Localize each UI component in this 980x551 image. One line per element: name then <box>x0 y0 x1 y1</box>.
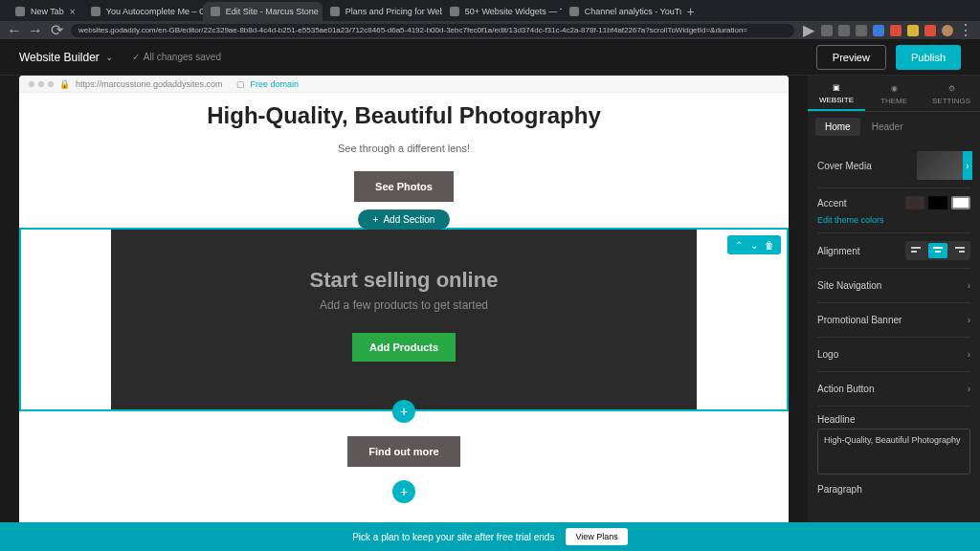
ext-icon[interactable] <box>873 25 884 36</box>
section-title[interactable]: Start selling online <box>130 268 678 293</box>
builder-header: Website Builder ⌄ ✓ All changes saved Pr… <box>0 39 980 76</box>
tab-website[interactable]: ▣ WEBSITE <box>808 76 865 111</box>
align-left-button[interactable] <box>907 243 926 258</box>
action-button-item[interactable]: Action Button› <box>817 372 970 407</box>
find-out-more-button[interactable]: Find out more <box>347 436 459 467</box>
website-builder-dropdown[interactable]: Website Builder ⌄ <box>19 51 113 64</box>
promotional-banner-item[interactable]: Promotional Banner› <box>817 303 970 338</box>
hero-section[interactable]: High-Quality, Beautiful Photography See … <box>19 93 789 241</box>
browser-chrome: New Tab× You Autocomplete Me – Googl× Ed… <box>0 0 980 39</box>
add-section-button[interactable]: +Add Section <box>358 209 451 230</box>
publish-button[interactable]: Publish <box>896 45 961 70</box>
profile-avatar[interactable] <box>942 25 953 36</box>
right-panel: ▣ WEBSITE ◉ THEME ⚙ SETTINGS Home Header… <box>808 76 980 551</box>
tab-favicon <box>569 7 579 16</box>
site-content: High-Quality, Beautiful Photography See … <box>19 93 789 551</box>
preview-url-bar: 🔒 https://marcusstone.godaddysites.com ▢… <box>19 76 789 93</box>
accent-swatch[interactable] <box>928 196 947 209</box>
back-button[interactable]: ← <box>8 24 21 37</box>
plus-icon: + <box>373 214 379 225</box>
add-section-circle[interactable]: + <box>392 480 415 503</box>
theme-icon: ◉ <box>887 81 901 95</box>
svg-rect-2 <box>933 247 943 249</box>
tab-favicon <box>330 7 340 16</box>
browser-tab[interactable]: You Autocomplete Me – Googl× <box>83 2 203 21</box>
panel-subtabs: Home Header <box>808 112 980 136</box>
tab-settings[interactable]: ⚙ SETTINGS <box>923 76 980 111</box>
hero-title[interactable]: High-Quality, Beautiful Photography <box>19 102 789 129</box>
move-up-button[interactable]: ⌃ <box>732 238 746 252</box>
browser-tab[interactable]: Plans and Pricing for Website Bu× <box>323 2 442 21</box>
tab-favicon <box>211 7 220 16</box>
tab-favicon <box>91 7 100 16</box>
banner-text: Pick a plan to keep your site after free… <box>352 532 554 542</box>
edit-theme-colors-link[interactable]: Edit theme colors <box>817 215 970 225</box>
cover-media-thumbnail[interactable] <box>917 151 970 180</box>
ext-icon[interactable] <box>821 25 833 36</box>
accent-swatch[interactable] <box>905 196 924 209</box>
preview-url: https://marcusstone.godaddysites.com <box>76 79 223 89</box>
preview-button[interactable]: Preview <box>816 45 886 70</box>
website-icon: ▣ <box>830 80 843 94</box>
new-tab-button[interactable]: + <box>681 2 701 21</box>
svg-rect-5 <box>959 251 965 253</box>
menu-icon[interactable]: ⋮ <box>959 24 972 37</box>
headline-input[interactable]: High-Quality, Beautiful Photography <box>817 429 970 474</box>
chevron-right-icon: › <box>968 315 970 325</box>
browser-tab[interactable]: 50+ Website Widgets — To Gro× <box>442 2 562 21</box>
ext-icon[interactable] <box>838 25 850 36</box>
site-navigation-item[interactable]: Site Navigation› <box>817 269 970 303</box>
address-bar: ← → ⟳ websites.godaddy.com/en-GB/editor/… <box>0 21 980 39</box>
browser-tab[interactable]: New Tab× <box>8 2 83 21</box>
svg-rect-3 <box>935 251 941 253</box>
gear-icon: ⚙ <box>945 81 958 95</box>
accent-swatch[interactable] <box>951 196 970 209</box>
ext-icon[interactable] <box>890 25 902 36</box>
alignment-row: Alignment <box>817 233 970 269</box>
play-icon[interactable]: ▶ <box>802 24 815 37</box>
section-controls: ⌃ ⌄ 🗑 <box>727 235 781 254</box>
subtab-home[interactable]: Home <box>815 118 860 136</box>
logo-item[interactable]: Logo› <box>817 338 970 372</box>
accent-row: Accent Edit theme colors <box>817 188 970 233</box>
close-icon[interactable]: × <box>70 7 76 17</box>
save-status: ✓ All changes saved <box>132 52 221 62</box>
site-preview-frame: 🔒 https://marcusstone.godaddysites.com ▢… <box>19 76 789 551</box>
align-right-button[interactable] <box>949 243 969 258</box>
extension-icons: ▶ ⋮ <box>802 24 972 37</box>
browser-tab[interactable]: Edit Site - Marcus Stone× <box>203 2 323 21</box>
ext-icon[interactable] <box>907 25 919 36</box>
svg-rect-0 <box>911 247 921 249</box>
add-section-circle[interactable]: + <box>392 400 415 423</box>
free-domain-link[interactable]: Free domain <box>251 79 300 89</box>
url-input[interactable]: websites.godaddy.com/en-GB/editor/22c329… <box>71 24 794 37</box>
add-products-button[interactable]: Add Products <box>352 333 456 362</box>
main-layout: 🔒 https://marcusstone.godaddysites.com ▢… <box>0 76 980 551</box>
delete-section-button[interactable]: 🗑 <box>763 238 776 252</box>
online-store-section[interactable]: ⌃ ⌄ 🗑 Start selling online Add a few pro… <box>19 228 789 411</box>
chevron-right-icon: › <box>968 280 970 291</box>
ext-icon[interactable] <box>924 25 936 36</box>
tab-favicon <box>15 7 25 16</box>
cover-media-row[interactable]: Cover Media <box>817 143 970 188</box>
browser-tab[interactable]: Channel analytics - YouTube Stu× <box>562 2 681 21</box>
tab-favicon <box>450 7 459 16</box>
forward-button[interactable]: → <box>29 24 42 37</box>
tab-theme[interactable]: ◉ THEME <box>865 76 923 111</box>
lock-icon: 🔒 <box>59 79 70 89</box>
move-down-button[interactable]: ⌄ <box>747 238 761 252</box>
hero-subtitle[interactable]: See through a different lens! <box>19 143 789 154</box>
paragraph-label: Paragraph <box>817 484 970 495</box>
reload-button[interactable]: ⟳ <box>50 24 63 37</box>
trial-banner: Pick a plan to keep your site after free… <box>0 522 980 551</box>
ext-icon[interactable] <box>856 25 867 36</box>
headline-label: Headline <box>817 414 970 425</box>
section-subtitle[interactable]: Add a few products to get started <box>130 298 678 312</box>
view-plans-button[interactable]: View Plans <box>566 528 627 545</box>
svg-rect-1 <box>911 251 917 253</box>
check-icon: ✓ <box>132 52 140 62</box>
see-photos-button[interactable]: See Photos <box>354 171 454 202</box>
align-center-button[interactable] <box>928 243 947 258</box>
subtab-header[interactable]: Header <box>862 118 913 136</box>
chevron-right-icon: › <box>968 349 970 360</box>
